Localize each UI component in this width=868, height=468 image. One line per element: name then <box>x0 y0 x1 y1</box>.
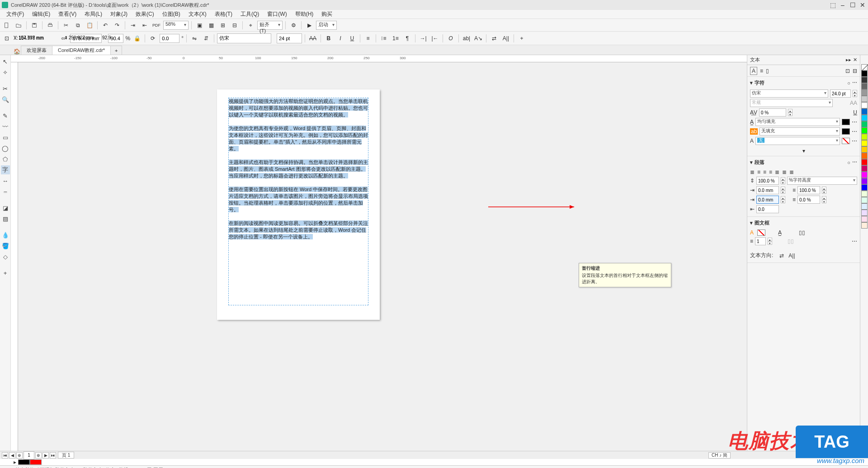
frame-valign-icon[interactable]: A̲ <box>778 229 782 236</box>
color-swatch[interactable] <box>861 140 868 146</box>
color-swatch[interactable] <box>861 121 868 127</box>
dir-vertical-button[interactable]: A|| <box>788 253 795 259</box>
shape-tool[interactable]: ✧ <box>1 68 10 77</box>
toolbox-add[interactable]: + <box>1 268 10 277</box>
polygon-tool[interactable]: ⬠ <box>1 154 10 164</box>
close-button[interactable]: ✕ <box>859 1 866 9</box>
frame-fill-icon[interactable]: A <box>750 229 754 236</box>
cut-button[interactable]: ✂ <box>61 20 71 30</box>
underline-toggle[interactable]: U <box>853 109 857 116</box>
color-swatch[interactable] <box>861 159 868 165</box>
color-swatch[interactable] <box>861 108 868 115</box>
color-swatch[interactable] <box>861 153 868 159</box>
color-swatch[interactable] <box>861 172 868 178</box>
color-swatch[interactable] <box>861 203 868 210</box>
space-before-pct-input[interactable] <box>797 186 820 194</box>
color-swatch[interactable] <box>861 210 868 216</box>
ellipse-tool[interactable]: ◯ <box>1 144 10 153</box>
edit-text-button[interactable]: A↘ <box>473 33 483 43</box>
menu-buy[interactable]: 购买 <box>318 9 336 19</box>
page-last-button[interactable]: ⏭ <box>50 452 56 459</box>
docker-opt2-icon[interactable]: ⊟ <box>853 68 857 74</box>
indent-inc-button[interactable]: →| <box>418 33 428 43</box>
redo-button[interactable]: ↷ <box>112 20 122 30</box>
menu-object[interactable]: 对象(J) <box>107 9 131 19</box>
color-swatch[interactable] <box>861 197 868 203</box>
color-swatch[interactable] <box>861 83 868 89</box>
ruler-vertical[interactable] <box>11 62 18 451</box>
pos-y-input[interactable] <box>19 34 50 41</box>
align-left-button[interactable]: ≡ <box>363 33 373 43</box>
menu-window[interactable]: 窗口(W) <box>264 9 290 19</box>
underline-button[interactable]: U <box>347 33 357 43</box>
import-button[interactable]: ⇥ <box>128 20 138 30</box>
tab-document[interactable]: CorelDRAW教程.cdr* <box>52 46 111 55</box>
docker-opt1-icon[interactable]: ⊡ <box>845 68 850 74</box>
align-force-btn[interactable]: ≣ <box>782 169 787 175</box>
color-swatch[interactable] <box>861 127 868 134</box>
font-style-dd[interactable]: 常规 <box>750 99 833 107</box>
export-button[interactable]: ⇤ <box>140 20 150 30</box>
menu-view[interactable]: 查看(V) <box>55 9 80 19</box>
rulers-button[interactable]: ⊟ <box>230 20 240 30</box>
space-before-input[interactable] <box>756 186 779 194</box>
font-size-combo[interactable] <box>277 33 302 43</box>
open-button[interactable] <box>14 20 24 30</box>
color-swatch[interactable] <box>861 89 868 96</box>
height-input[interactable] <box>69 34 100 41</box>
menu-help[interactable]: 帮助(H) <box>292 9 317 19</box>
rectangle-tool[interactable]: ▭ <box>1 133 10 142</box>
nocolor-swatch[interactable] <box>861 64 868 70</box>
char-sec-more-icon[interactable]: ⋯ <box>852 80 857 86</box>
left-indent-input[interactable] <box>756 205 779 213</box>
numbered-button[interactable]: 1≡ <box>391 33 401 43</box>
current-fill-swatch[interactable] <box>18 459 30 465</box>
artistic-media-tool[interactable]: 〰 <box>1 122 10 131</box>
align-center-btn[interactable]: ≡ <box>763 169 766 175</box>
new-doc-button[interactable] <box>2 20 12 30</box>
docker-close-icon[interactable]: ✕ <box>853 57 857 63</box>
kerning-input[interactable] <box>759 108 786 117</box>
tab-welcome[interactable]: 欢迎屏幕 <box>21 46 52 55</box>
line-spacing-input[interactable] <box>756 177 779 185</box>
first-pct-input[interactable] <box>797 196 820 204</box>
fill-color-swatch[interactable] <box>842 119 850 125</box>
options-button[interactable]: ⚙ <box>288 20 298 30</box>
grid-button[interactable]: ▦ <box>206 20 216 30</box>
frame-color-swatch[interactable] <box>757 229 765 236</box>
var-font-button[interactable]: AA <box>308 33 318 43</box>
fill-more-icon[interactable]: ⋯ <box>852 119 857 125</box>
frame-more-icon[interactable]: ⋯ <box>852 238 857 244</box>
color-swatch[interactable] <box>861 216 868 222</box>
color-swatch[interactable] <box>861 102 868 108</box>
script-aa-icon[interactable]: AA <box>835 100 857 106</box>
align-none-button[interactable]: ≣ <box>750 169 755 175</box>
bg-more-icon[interactable]: ⋯ <box>852 128 857 135</box>
current-outline-swatch[interactable] <box>30 459 42 465</box>
align-right-btn[interactable]: ≡ <box>769 169 772 175</box>
pick-tool[interactable]: ↖ <box>1 57 10 66</box>
indent-dec-button[interactable]: |← <box>430 33 440 43</box>
page-next-button[interactable]: ▶ <box>42 452 49 459</box>
dropshadow-tool[interactable]: ◪ <box>1 203 10 212</box>
outline-more-icon[interactable]: ⋯ <box>852 138 857 144</box>
canvas[interactable]: 视频提供了功能强大的方法帮助您证明您的观点。当您单击联机视频时，可以在想要添加的… <box>18 62 747 451</box>
paragraph-text-frame[interactable]: 视频提供了功能强大的方法帮助您证明您的观点。当您单击联机视频时，可以在想要添加的… <box>228 98 368 305</box>
lock-ratio-button[interactable]: 🔒 <box>132 33 142 43</box>
align-full-btn[interactable]: ≣ <box>789 169 794 175</box>
add-button[interactable]: + <box>517 33 527 43</box>
color-swatch[interactable] <box>861 178 868 184</box>
text-p5[interactable]: 在新的阅读视图中阅读更加容易。可以折叠文档某些部分并关注所需文本。如果在达到结尾… <box>229 220 368 239</box>
parallel-dim-tool[interactable]: ↔ <box>1 176 10 185</box>
maximize-button[interactable]: ☐ <box>849 1 856 9</box>
text-dir-h-button[interactable]: ⇄ <box>489 33 499 43</box>
color-swatch[interactable] <box>861 184 868 191</box>
text-p1[interactable]: 视频提供了功能强大的方法帮助您证明您的观点。当您单击联机视频时，可以在想要添加的… <box>229 98 368 117</box>
page-first-button[interactable]: ⏮ <box>2 452 8 459</box>
line-unit-dd[interactable]: %字符高度 <box>787 177 857 185</box>
docker-collapse-icon[interactable]: ▸▸ <box>846 57 851 63</box>
fill-mode-dd[interactable]: 均匀填充 <box>755 118 840 126</box>
launch-combo[interactable]: 启动 <box>316 21 337 30</box>
dropcap-button[interactable]: ¶ <box>402 33 412 43</box>
page-number-input[interactable] <box>24 451 34 459</box>
